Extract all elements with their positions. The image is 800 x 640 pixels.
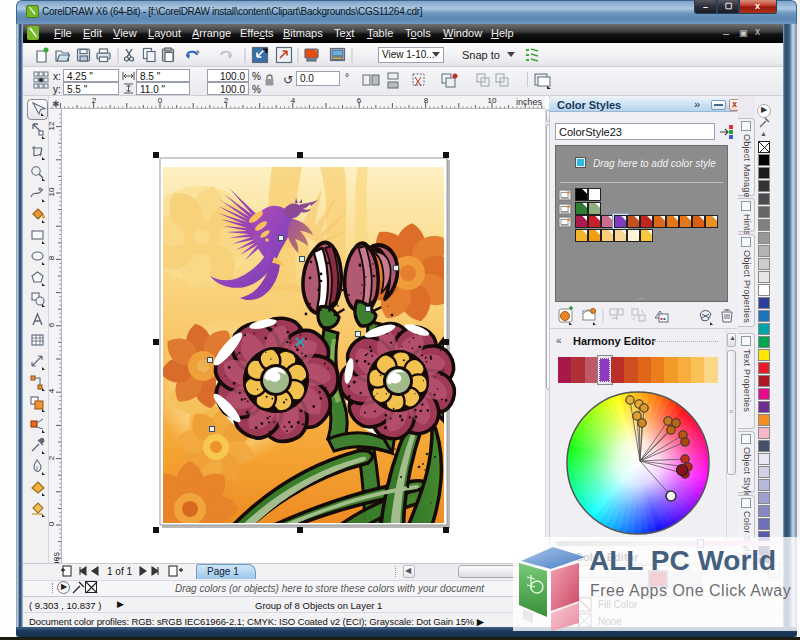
svg-text:2: 2 — [92, 96, 97, 105]
svg-text:0: 0 — [49, 521, 56, 526]
svg-text:8: 8 — [49, 255, 56, 260]
svg-text:4: 4 — [49, 388, 56, 393]
svg-text:2: 2 — [49, 455, 56, 460]
svg-text:12: 12 — [49, 121, 56, 130]
svg-text:8: 8 — [424, 96, 429, 105]
svg-text:6: 6 — [49, 322, 56, 327]
svg-text:10: 10 — [488, 96, 497, 105]
svg-text:10: 10 — [49, 187, 56, 196]
svg-text:6: 6 — [357, 96, 362, 105]
svg-text:4: 4 — [291, 96, 296, 105]
svg-text:0: 0 — [158, 96, 163, 105]
svg-text:2: 2 — [224, 96, 229, 105]
